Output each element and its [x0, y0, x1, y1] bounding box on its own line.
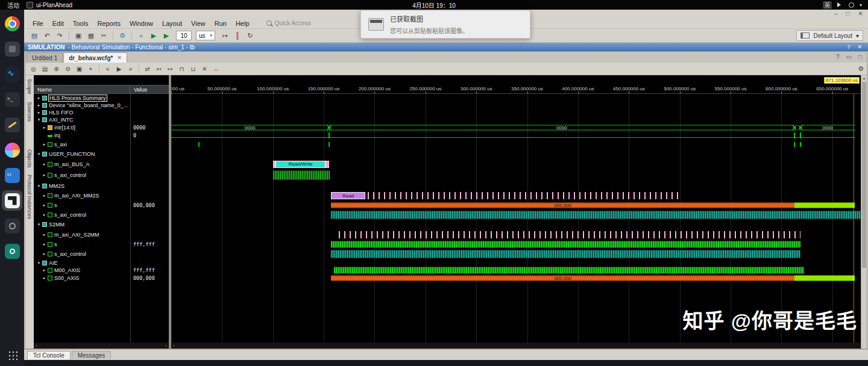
maximize-panel-icon[interactable]: □: [858, 54, 862, 60]
tab-untitled-1[interactable]: Untitled 1: [27, 52, 63, 63]
dock-item-files[interactable]: [2, 39, 22, 59]
waveform-lane[interactable]: [171, 210, 861, 220]
cut-icon[interactable]: ✂: [98, 31, 109, 40]
expand-icon[interactable]: ▸: [42, 212, 47, 217]
signal-name-cell[interactable]: ▸s_axi_control: [34, 249, 130, 259]
signal-value-cell[interactable]: [130, 159, 169, 169]
side-tab-protocol-instances[interactable]: Protocol Instances: [27, 175, 33, 219]
names-horizontal-scrollbar[interactable]: ‹›: [34, 343, 169, 349]
quick-access-search[interactable]: Quick Access: [266, 20, 311, 26]
signal-value-cell[interactable]: [130, 169, 169, 181]
relaunch-icon[interactable]: ↻: [245, 31, 256, 40]
waveform-lane[interactable]: [171, 149, 861, 159]
waveform-lane[interactable]: [171, 116, 861, 123]
collapse-icon[interactable]: ▾: [36, 222, 42, 227]
save-icon[interactable]: ▤: [29, 31, 40, 40]
expand-icon[interactable]: ▸: [42, 125, 47, 130]
dock-item-screen-recorder[interactable]: [2, 241, 22, 261]
waveform-lane[interactable]: [171, 102, 861, 109]
banner-close-icon[interactable]: ✕: [857, 44, 862, 50]
scroll-up-icon[interactable]: ▴: [863, 75, 866, 81]
signal-name-cell[interactable]: ▸s: [34, 200, 130, 210]
expand-icon[interactable]: ▸: [42, 252, 47, 256]
chevron-down-icon[interactable]: ▾: [860, 2, 862, 8]
collapse-icon[interactable]: ▾: [36, 152, 42, 157]
dock-item-text-editor[interactable]: [2, 114, 22, 135]
play-icon[interactable]: ▶: [114, 64, 124, 73]
signal-value-cell[interactable]: [130, 210, 169, 220]
expand-icon[interactable]: ▸: [42, 268, 47, 273]
signal-value-cell[interactable]: [130, 94, 169, 102]
signal-value-cell[interactable]: [130, 149, 169, 159]
expand-icon[interactable]: ▸: [42, 242, 47, 247]
signal-name-cell[interactable]: ▾S2MM: [34, 220, 130, 229]
tab-tcl-console[interactable]: Tcl Console: [27, 351, 71, 359]
signal-name-cell[interactable]: ▸Device "xilinx_board_name_0_0-0": [34, 102, 130, 109]
signal-value-cell[interactable]: 000,000: [130, 200, 169, 210]
notification-toast[interactable]: 已获取截图 您可以从剪贴板粘贴该图像。: [360, 10, 530, 39]
signal-value-cell[interactable]: [130, 140, 169, 149]
break-icon[interactable]: ║: [232, 31, 243, 40]
collapse-icon[interactable]: ▾: [36, 261, 42, 265]
zoom-fit-icon[interactable]: ▣: [74, 64, 84, 73]
wave-horizontal-scrollbar[interactable]: ‹: [171, 343, 861, 349]
waveform-lane[interactable]: [171, 240, 861, 249]
waveform-lane[interactable]: [171, 94, 861, 102]
undo-icon[interactable]: ↶: [42, 31, 52, 40]
time-unit-select[interactable]: us ▾: [196, 31, 215, 40]
menu-tools[interactable]: Tools: [69, 20, 92, 27]
value-column-header[interactable]: Value: [130, 85, 169, 94]
signal-value-cell[interactable]: [130, 116, 169, 123]
zoom-out-icon[interactable]: ⊖: [63, 64, 73, 73]
zoom-in-icon[interactable]: ⊕: [51, 64, 61, 73]
signal-value-cell[interactable]: [130, 220, 169, 229]
signal-name-cell[interactable]: irq: [34, 131, 130, 140]
expand-icon[interactable]: ▸: [36, 96, 42, 101]
menu-reports[interactable]: Reports: [93, 20, 124, 27]
input-method-indicator[interactable]: 英: [823, 1, 832, 9]
copy-icon[interactable]: ▣: [73, 31, 84, 40]
signal-name-cell[interactable]: ▾MM2S: [34, 181, 130, 191]
menu-window[interactable]: Window: [126, 20, 157, 27]
signal-name-cell[interactable]: ▸HLS Process Summary: [34, 94, 130, 102]
dock-item-photos[interactable]: [2, 140, 22, 160]
signal-name-cell[interactable]: ▸s_axi: [34, 140, 130, 149]
expand-icon[interactable]: ▸: [42, 162, 47, 167]
layout-select[interactable]: Default Layout ▾: [796, 30, 863, 41]
waveform-lane[interactable]: [171, 131, 861, 140]
step-icon[interactable]: ↦: [219, 31, 230, 40]
expand-icon[interactable]: ▸: [36, 110, 42, 115]
signal-name-cell[interactable]: ▾USER_FUNCTION: [34, 149, 130, 159]
menu-help[interactable]: Help: [232, 20, 253, 27]
expand-icon[interactable]: ▸: [42, 203, 47, 208]
signal-name-cell[interactable]: ▾AXI_INTC: [34, 116, 130, 123]
dock-item-planahead[interactable]: [2, 190, 22, 211]
swap-cursors-icon[interactable]: ⇄: [142, 64, 153, 73]
signal-name-cell[interactable]: ▸HLS FIFO: [34, 109, 130, 116]
time-range-icon[interactable]: ↔: [211, 64, 221, 73]
next-transition-icon[interactable]: »: [125, 64, 136, 73]
show-applications-button[interactable]: [7, 350, 17, 360]
restart-simulation-icon[interactable]: «: [136, 31, 146, 40]
signal-value-cell[interactable]: 0: [130, 131, 169, 140]
wave-settings-gear-icon[interactable]: ⚙: [858, 65, 864, 73]
signal-name-cell[interactable]: ▸s_axi_control: [34, 210, 130, 220]
expand-icon[interactable]: ▸: [42, 232, 47, 237]
signal-name-cell[interactable]: ▸m_axi_BUS_A: [34, 159, 130, 169]
simulation-time-input[interactable]: 10: [176, 31, 192, 40]
waveform-lane[interactable]: [171, 249, 861, 259]
tab-dr-behav-wcfg[interactable]: dr_behav.wcfg*✕: [63, 52, 127, 63]
save-wave-config-icon[interactable]: ▤: [40, 64, 50, 73]
scroll-left-icon[interactable]: ‹: [36, 343, 37, 349]
side-tab-sources[interactable]: Sources: [27, 102, 33, 122]
side-tab-scope[interactable]: Scope: [27, 79, 33, 95]
side-tab-objects[interactable]: Objects: [27, 149, 33, 168]
maximize-button[interactable]: □: [846, 11, 850, 17]
time-ruler[interactable]: 0.000000 us50.000000 us100.000000 us150.…: [171, 85, 861, 94]
waveform-lane[interactable]: [171, 259, 861, 267]
dock-item-chrome[interactable]: [2, 13, 22, 34]
signal-value-cell[interactable]: fff,fff: [130, 267, 169, 274]
run-all-icon[interactable]: ▶: [148, 31, 159, 40]
scroll-left-icon[interactable]: ‹: [173, 343, 175, 349]
waveform-lane[interactable]: [171, 181, 861, 191]
